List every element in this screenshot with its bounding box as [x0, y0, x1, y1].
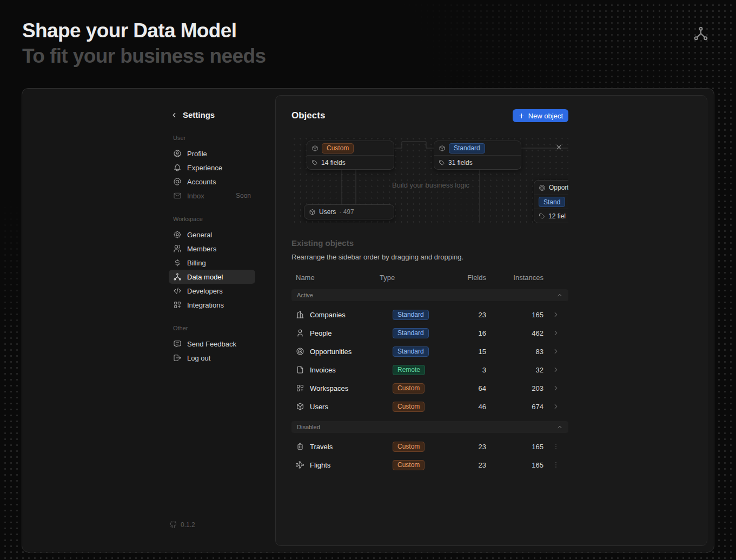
settings-sidebar: Settings User Profile Experience Account…	[169, 110, 255, 365]
sidebar-item-members[interactable]: Members	[169, 242, 255, 256]
standard-badge: Standard	[449, 143, 485, 154]
section-label-workspace: Workspace	[169, 216, 255, 222]
type-badge: Custom	[393, 460, 425, 470]
user-circle-icon	[173, 149, 182, 158]
soon-badge: Soon	[236, 192, 251, 199]
new-object-button[interactable]: New object	[513, 109, 568, 122]
type-badge: Custom	[393, 402, 425, 412]
plus-icon	[518, 112, 525, 119]
column-instances: Instances	[486, 274, 543, 282]
table-row-companies[interactable]: Companies Standard 23 165	[291, 305, 568, 324]
message-icon	[173, 339, 182, 348]
close-icon[interactable]	[555, 144, 562, 151]
data-model-canvas[interactable]: Custom 14 fields Standard 31 fields	[291, 136, 568, 223]
type-badge: Standard	[393, 346, 429, 357]
dots-vertical-icon[interactable]	[552, 461, 560, 469]
column-fields: Fields	[450, 274, 486, 282]
table-row-opportunities[interactable]: Opportunities Standard 15 83	[291, 342, 568, 361]
type-badge: Standard	[393, 328, 429, 338]
group-header-disabled[interactable]: Disabled	[291, 421, 568, 433]
table-row-workspaces[interactable]: Workspaces Custom 64 203	[291, 379, 568, 397]
building-icon	[296, 310, 304, 319]
objects-title: Objects	[291, 110, 325, 121]
sidebar-section-other: Other Send Feedback Log out	[169, 325, 255, 365]
tag-icon	[439, 159, 445, 166]
user-icon	[296, 329, 304, 337]
mail-icon	[173, 191, 182, 200]
chevron-right-icon[interactable]	[552, 348, 560, 355]
existing-objects-title: Existing objects	[291, 238, 568, 248]
sidebar-section-user: User Profile Experience Accounts Inbox S…	[169, 135, 255, 203]
sidebar-item-log-out[interactable]: Log out	[169, 351, 255, 365]
objects-card: Objects New object Custom	[275, 95, 707, 546]
sidebar-item-experience[interactable]: Experience	[169, 161, 255, 175]
sidebar-section-workspace: Workspace General Members Billing Data m…	[169, 216, 255, 312]
chevron-right-icon[interactable]	[552, 366, 560, 374]
tag-icon	[311, 159, 318, 166]
table-header: Name Type Fields Instances	[291, 268, 568, 287]
page-subtitle: To fit your business needs	[22, 45, 266, 68]
settings-back-button[interactable]: Settings	[169, 110, 255, 119]
canvas-node-standard[interactable]: Standard 31 fields	[434, 141, 521, 170]
hierarchy-icon	[173, 272, 182, 281]
apps-icon	[296, 384, 304, 392]
custom-badge: Custom	[322, 143, 354, 154]
at-icon	[173, 177, 182, 186]
settings-back-label: Settings	[183, 110, 215, 119]
file-icon	[296, 365, 304, 374]
luggage-icon	[296, 442, 304, 451]
sidebar-item-send-feedback[interactable]: Send Feedback	[169, 337, 255, 351]
box-icon	[439, 145, 446, 152]
canvas-node-custom[interactable]: Custom 14 fields	[307, 141, 394, 170]
app-version: 0.1.2	[169, 521, 195, 529]
sidebar-item-general[interactable]: General	[169, 228, 255, 242]
gear-icon	[173, 230, 182, 239]
box-icon	[296, 402, 304, 411]
type-badge: Standard	[393, 310, 429, 320]
section-label-other: Other	[169, 325, 255, 331]
sidebar-item-developers[interactable]: Developers	[169, 284, 255, 298]
sidebar-item-billing[interactable]: Billing	[169, 256, 255, 270]
target-icon	[539, 184, 546, 191]
sidebar-item-accounts[interactable]: Accounts	[169, 175, 255, 189]
column-name: Name	[291, 274, 380, 282]
column-type: Type	[380, 274, 450, 282]
table-row-flights[interactable]: Flights Custom 23 165	[291, 456, 568, 474]
standard-badge: Stand	[539, 197, 565, 207]
chevron-up-icon	[556, 424, 563, 430]
bell-icon	[173, 163, 182, 172]
type-badge: Remote	[393, 365, 425, 375]
dots-vertical-icon[interactable]	[552, 443, 560, 450]
type-badge: Custom	[393, 442, 425, 452]
users-icon	[173, 244, 182, 253]
logout-icon	[173, 354, 182, 362]
chevron-right-icon[interactable]	[552, 329, 560, 337]
sidebar-item-profile[interactable]: Profile	[169, 146, 255, 161]
table-row-travels[interactable]: Travels Custom 23 165	[291, 437, 568, 456]
chevron-left-icon	[170, 111, 178, 119]
dollar-icon	[173, 258, 182, 267]
table-row-users[interactable]: Users Custom 46 674	[291, 397, 568, 416]
chevron-up-icon	[556, 292, 563, 298]
canvas-node-users[interactable]: Users · 497	[304, 204, 394, 219]
box-icon	[309, 209, 316, 216]
data-model-hero-icon	[693, 25, 709, 42]
sidebar-item-inbox[interactable]: Inbox Soon	[169, 189, 255, 203]
table-row-invoices[interactable]: Invoices Remote 3 32	[291, 361, 568, 379]
group-header-active[interactable]: Active	[291, 289, 568, 301]
chevron-right-icon[interactable]	[552, 384, 560, 392]
sidebar-item-integrations[interactable]: Integrations	[169, 298, 255, 312]
canvas-node-opportunities[interactable]: Opportu Stand 12 fiel	[534, 180, 568, 223]
target-icon	[296, 347, 304, 356]
apps-icon	[173, 301, 182, 309]
objects-table: Name Type Fields Instances Active Compan…	[291, 268, 568, 474]
table-row-people[interactable]: People Standard 16 462	[291, 324, 568, 342]
chevron-right-icon[interactable]	[552, 403, 560, 410]
page-title: Shape your Data Model	[22, 19, 237, 42]
version-number: 0.1.2	[181, 521, 195, 529]
sidebar-item-data-model[interactable]: Data model	[169, 270, 255, 284]
chevron-right-icon[interactable]	[552, 311, 560, 318]
settings-panel: Settings User Profile Experience Account…	[22, 88, 714, 552]
type-badge: Custom	[393, 383, 425, 394]
code-icon	[173, 286, 182, 295]
